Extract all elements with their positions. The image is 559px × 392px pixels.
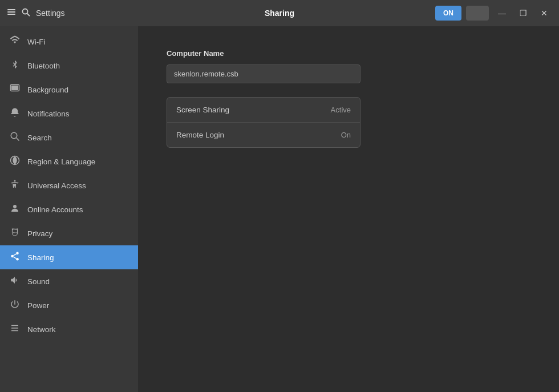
sidebar-item-network[interactable]: Network: [0, 317, 138, 341]
power-icon: [9, 299, 21, 312]
app-title: Settings: [36, 9, 65, 18]
svg-line-4: [27, 14, 30, 17]
universal-access-icon: [9, 179, 21, 192]
computer-name-input[interactable]: [167, 64, 360, 83]
content-area: Computer Name Screen SharingActiveRemote…: [138, 26, 559, 392]
svg-point-7: [11, 132, 17, 139]
search-icon: [9, 131, 21, 144]
sidebar-item-power[interactable]: Power: [0, 293, 138, 317]
online-accounts-icon: [9, 203, 21, 216]
sharing-toggle-off[interactable]: [466, 6, 489, 21]
sidebar-item-label-privacy: Privacy: [27, 229, 52, 238]
sharing-toggle-on[interactable]: ON: [435, 6, 461, 21]
wifi-icon: [9, 35, 21, 48]
svg-rect-2: [7, 14, 15, 15]
sidebar-item-wifi[interactable]: Wi-Fi: [0, 30, 138, 54]
sidebar-item-notifications[interactable]: Notifications: [0, 102, 138, 126]
sidebar-item-label-wifi: Wi-Fi: [27, 38, 45, 46]
svg-point-11: [13, 205, 17, 208]
sidebar-item-label-background: Background: [27, 86, 68, 94]
service-item-1[interactable]: Remote LoginOn: [167, 123, 360, 147]
service-name-0: Screen Sharing: [176, 106, 229, 114]
svg-rect-13: [14, 232, 15, 233]
titlebar-right: ON — ❐ ✕: [415, 6, 552, 21]
service-status-1: On: [341, 131, 351, 139]
sidebar-item-label-notifications: Notifications: [27, 110, 70, 118]
sidebar-item-label-online-accounts: Online Accounts: [27, 205, 83, 214]
svg-rect-12: [13, 232, 14, 233]
bluetooth-icon: [9, 59, 21, 72]
svg-point-16: [11, 255, 14, 258]
svg-point-15: [16, 252, 19, 255]
service-item-0[interactable]: Screen SharingActive: [167, 98, 360, 123]
menu-icon[interactable]: [7, 7, 16, 19]
network-icon: [9, 323, 21, 336]
sidebar-item-label-search: Search: [27, 134, 52, 142]
sidebar-item-label-sound: Sound: [27, 277, 50, 286]
sidebar-item-sound[interactable]: Sound: [0, 269, 138, 293]
sharing-icon: [9, 251, 21, 264]
service-status-0: Active: [331, 106, 351, 114]
sidebar-item-search[interactable]: Search: [0, 126, 138, 149]
svg-line-19: [13, 254, 16, 256]
svg-line-18: [13, 257, 16, 258]
sidebar-item-background[interactable]: Background: [0, 78, 138, 102]
svg-line-8: [17, 138, 19, 141]
sound-icon: [9, 275, 21, 288]
sidebar-item-label-bluetooth: Bluetooth: [27, 62, 60, 70]
titlebar-center: Sharing: [144, 8, 415, 18]
sidebar-item-label-power: Power: [27, 301, 49, 310]
svg-point-3: [23, 9, 28, 14]
sidebar: Wi-FiBluetoothBackgroundNotificationsSea…: [0, 26, 138, 392]
sidebar-item-online-accounts[interactable]: Online Accounts: [0, 197, 138, 221]
sidebar-item-privacy[interactable]: Privacy: [0, 221, 138, 245]
privacy-icon: [9, 227, 21, 240]
titlebar-search-icon[interactable]: [22, 8, 30, 18]
service-name-1: Remote Login: [176, 131, 224, 139]
maximize-button[interactable]: ❐: [515, 7, 532, 19]
page-title: Sharing: [265, 9, 294, 18]
minimize-button[interactable]: —: [493, 7, 511, 19]
computer-name-label: Computer Name: [167, 49, 530, 58]
sidebar-item-label-network: Network: [27, 325, 56, 334]
sidebar-item-bluetooth[interactable]: Bluetooth: [0, 54, 138, 78]
svg-point-10: [14, 180, 16, 182]
services-list: Screen SharingActiveRemote LoginOn: [167, 97, 360, 148]
main: Wi-FiBluetoothBackgroundNotificationsSea…: [0, 26, 559, 392]
sidebar-item-label-universal-access: Universal Access: [27, 181, 86, 190]
sidebar-item-region-language[interactable]: Region & Language: [0, 149, 138, 173]
sidebar-item-label-sharing: Sharing: [27, 253, 54, 262]
sidebar-item-label-region-language: Region & Language: [27, 157, 95, 166]
svg-rect-14: [16, 232, 17, 233]
svg-rect-6: [11, 86, 18, 90]
svg-rect-1: [7, 11, 15, 13]
sidebar-item-universal-access[interactable]: Universal Access: [0, 173, 138, 197]
close-button[interactable]: ✕: [536, 7, 552, 19]
svg-rect-0: [7, 9, 15, 10]
region-language-icon: [9, 155, 21, 168]
titlebar: Settings Sharing ON — ❐ ✕: [0, 0, 559, 26]
titlebar-left: Settings: [7, 7, 144, 19]
sidebar-item-sharing[interactable]: Sharing: [0, 245, 138, 269]
svg-point-17: [16, 258, 19, 261]
notifications-icon: [9, 107, 21, 120]
background-icon: [9, 83, 21, 96]
